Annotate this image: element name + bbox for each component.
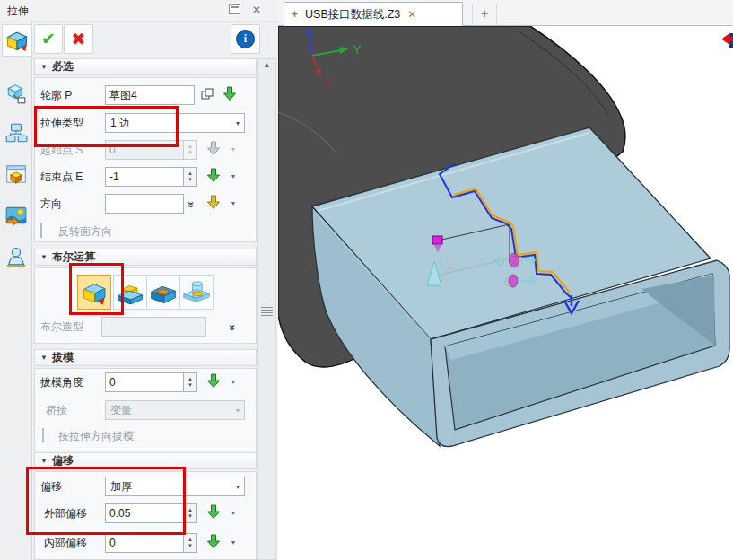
draft-angle-label: 拔模角度 [40,372,83,392]
dropdown-arrow-icon[interactable]: ▾ [231,167,235,187]
dropdown-arrow-icon[interactable]: ▾ [231,533,235,553]
spinner-down-icon: ▼ [188,513,193,520]
viewport-scene: -1 0.05 0 Y X [278,26,733,560]
left-toolbar [0,21,32,560]
wireframe-box-icon[interactable] [2,78,30,109]
spinner-up-icon: ▲ [188,376,193,382]
pick-green-icon[interactable] [205,372,223,393]
outer-offset-input[interactable] [105,503,184,523]
pick-green-icon[interactable] [205,167,223,188]
boolean-base-icon[interactable] [77,275,111,310]
collapse-arrow-icon: ▼ [40,63,48,71]
section-label: 必选 [52,59,74,74]
bridge-dropdown: 变量 ▾ [105,400,245,420]
spinner-up-icon: ▲ [188,171,193,177]
spinner-down-icon: ▼ [188,543,193,549]
direction-input[interactable] [105,194,184,214]
close-icon[interactable]: ✕ [250,4,263,16]
copy-list-icon[interactable] [200,87,214,104]
section-header-required[interactable]: ▼ 必选 [34,58,257,75]
extrude-type-dropdown[interactable]: 1 边 ▾ [105,113,245,133]
double-chevron-down-icon[interactable]: » [224,324,239,328]
dropdown-arrow-icon: ▾ [236,483,240,491]
new-tab-button[interactable]: + [472,4,497,24]
section-label: 拔模 [52,350,74,365]
tab-usb-document[interactable]: + USB接口数据线.Z3 ✕ [284,2,463,26]
draft-direction-checkbox [42,428,44,442]
render-image-icon [4,204,28,227]
tab-close-icon[interactable]: ✕ [407,8,416,21]
solid-box-icon [4,162,28,186]
profile-label: 轮廓 P [40,85,72,105]
viewport-3d[interactable]: -1 0.05 0 Y X [278,26,733,560]
section-label: 布尔运算 [52,249,95,265]
profile-anchor-handle[interactable] [432,236,442,244]
pick-yellow-icon[interactable] [205,194,223,214]
info-icon: i [236,30,255,48]
boolean-intersect-icon [182,278,211,307]
extrude-feature-icon [4,28,30,53]
extrude-command-panel: ✔ ✖ i ▲ ▼ 必选 轮廓 P 拉伸类型 1 边 ▾ 起始点 S ▲▼ [31,21,278,560]
end-spinner[interactable]: ▲▼ [184,167,197,187]
spinner-up-icon: ▲ [188,507,193,513]
ok-button[interactable]: ✔ [34,24,63,54]
render-image-icon[interactable] [2,200,30,231]
hierarchy-icon [4,121,28,144]
inner-offset-handle[interactable] [509,275,518,287]
panel-resize-grip[interactable] [261,310,273,311]
dropdown-arrow-icon[interactable]: ▾ [231,503,235,523]
extrude-type-label: 拉伸类型 [40,113,83,133]
hierarchy-icon[interactable] [2,118,30,148]
info-button[interactable]: i [231,24,260,54]
zw3d-window: { "window": { "title": "拉伸" }, "icons": … [0,0,733,560]
section-header-draft[interactable]: ▼ 拔模 [34,349,257,366]
outer-offset-spinner[interactable]: ▲▼ [184,503,197,523]
offset-value: 加厚 [110,479,132,494]
boolean-base-icon [80,278,109,307]
solid-box-icon[interactable] [2,159,30,189]
tab-title: USB接口数据线.Z3 [305,7,400,22]
boolean-add-icon[interactable] [113,275,147,310]
draft-direction-label: 按拉伸方向拔模 [58,426,134,446]
profile-input[interactable] [105,85,195,105]
draft-spinner[interactable]: ▲▼ [184,372,197,392]
reverse-face-checkbox [40,223,42,238]
start-point-input [105,140,184,160]
user-icon[interactable] [2,241,30,272]
scroll-up-icon[interactable]: ▲ [258,61,275,69]
check-icon: ✔ [41,29,56,49]
outer-offset-handle[interactable] [510,253,519,267]
spinner-down-icon: ▼ [188,177,193,183]
dropdown-arrow-icon[interactable]: ▾ [231,194,235,214]
wireframe-box-icon [4,82,28,105]
cancel-button[interactable]: ✖ [64,24,93,54]
spinner-up-icon: ▲ [188,144,193,150]
section-header-offset[interactable]: ▼ 偏移 [34,452,257,469]
boolean-subtract-icon[interactable] [146,275,180,310]
offset-dropdown[interactable]: 加厚 ▾ [105,477,245,496]
user-icon [4,245,28,268]
boolean-intersect-icon[interactable] [179,275,214,310]
dropdown-arrow-icon[interactable]: ▾ [231,372,235,392]
double-chevron-down-icon[interactable]: » [183,201,197,206]
direction-label: 方向 [40,194,62,214]
section-header-boolean[interactable]: ▼ 布尔运算 [34,249,257,266]
inner-offset-spinner[interactable]: ▲▼ [184,533,197,553]
pick-green-icon[interactable] [221,85,239,106]
boolean-subtract-icon [149,278,178,307]
pick-gray-icon [205,140,223,161]
restore-icon[interactable] [229,4,240,14]
offset-label: 偏移 [40,477,62,496]
tab-plus-icon[interactable]: + [292,8,298,21]
outer-offset-label: 外部偏移 [44,503,87,523]
draft-angle-input[interactable] [105,372,184,392]
pick-green-icon[interactable] [205,533,223,554]
extrude-feature-icon[interactable] [2,24,31,57]
inner-offset-input[interactable] [105,533,184,553]
pick-green-icon[interactable] [205,503,223,524]
boolean-shape-field [101,317,206,337]
side-panel-handle-icon[interactable] [721,33,733,48]
collapse-arrow-icon: ▼ [40,354,48,362]
dropdown-arrow-icon: ▾ [231,140,235,160]
end-point-input[interactable] [105,167,184,187]
